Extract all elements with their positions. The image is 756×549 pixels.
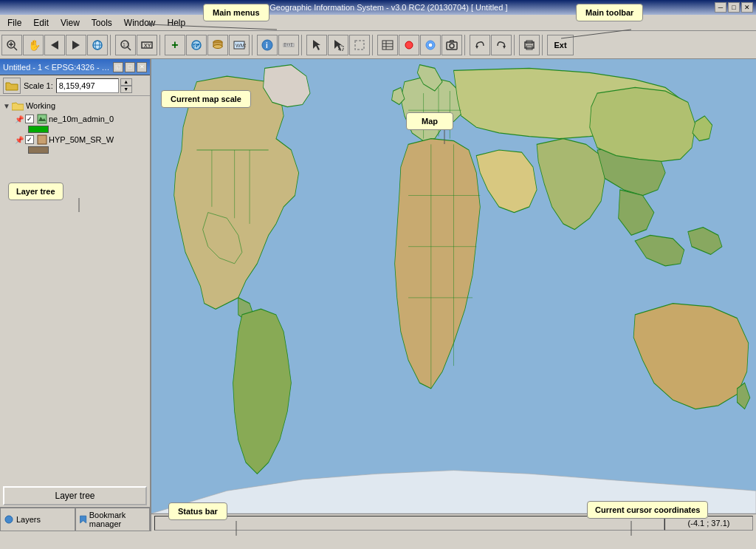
layer-label-ne10m: ne_10m_admin_0 bbox=[49, 115, 114, 123]
bookmark-tab[interactable]: Bookmark manager bbox=[75, 508, 151, 531]
svg-marker-5 bbox=[51, 41, 58, 50]
add-db-button[interactable] bbox=[207, 35, 228, 55]
world-map-svg bbox=[151, 59, 756, 514]
open-folder-button[interactable] bbox=[3, 78, 21, 94]
table-button[interactable] bbox=[377, 35, 398, 55]
coordinate-text: (-4.1 ; 37.1) bbox=[688, 519, 730, 528]
minimize-button[interactable]: ─ bbox=[715, 2, 726, 13]
layer-item-hyp50m: 📌 ✓ HYP_50M_SR_W bbox=[3, 133, 147, 154]
menu-window[interactable]: Window bbox=[118, 16, 162, 30]
toolbar-sep-3 bbox=[252, 35, 255, 55]
select-button[interactable] bbox=[306, 35, 327, 55]
scale-label: Scale 1: bbox=[24, 81, 53, 90]
svg-point-37 bbox=[405, 41, 413, 49]
pan-button[interactable]: ✋ bbox=[23, 35, 44, 55]
status-text bbox=[154, 516, 664, 531]
menu-edit[interactable]: Edit bbox=[27, 16, 55, 30]
window-controls: ─ □ ✕ bbox=[715, 2, 753, 13]
scale-bar: Scale 1: ▲ ▼ bbox=[0, 75, 150, 96]
coordinate-display: (-4.1 ; 37.1) bbox=[664, 516, 753, 531]
title-bar-text: Kosmo Desktop Geographic Information Sys… bbox=[3, 3, 715, 12]
layer-checkbox-ne10m[interactable]: ✓ bbox=[25, 115, 34, 123]
select-box-button[interactable] bbox=[328, 35, 348, 55]
menu-bar: File Edit View Tools Window Help bbox=[0, 15, 756, 31]
color-swatch-hyp50m bbox=[28, 146, 49, 154]
add-wms-button[interactable]: WMS bbox=[229, 35, 250, 55]
menu-help[interactable]: Help bbox=[162, 16, 192, 30]
print-button[interactable] bbox=[519, 35, 540, 55]
map-window-controls: ◱ □ ✕ bbox=[113, 62, 147, 72]
menu-tools[interactable]: Tools bbox=[86, 16, 118, 30]
geoprocess-button[interactable] bbox=[420, 35, 441, 55]
toolbar-sep-4 bbox=[301, 35, 304, 55]
forward-button[interactable] bbox=[66, 35, 86, 55]
title-bar: Kosmo Desktop Geographic Information Sys… bbox=[0, 0, 756, 15]
svg-marker-29 bbox=[313, 40, 320, 50]
measure-button[interactable] bbox=[278, 35, 299, 55]
svg-point-50 bbox=[5, 516, 13, 523]
deselect-button[interactable] bbox=[349, 35, 370, 55]
layers-tab-label: Layers bbox=[16, 515, 41, 524]
web-button[interactable] bbox=[87, 35, 108, 55]
svg-marker-43 bbox=[503, 46, 506, 49]
map-window-title-text: Untitled - 1 < EPSG:4326 - WGS 84 > bbox=[3, 63, 113, 72]
layer-swatch-hyp50m bbox=[15, 146, 147, 154]
scale-down-arrow[interactable]: ▼ bbox=[120, 86, 132, 93]
zoom-in-button[interactable] bbox=[1, 35, 22, 55]
info-button[interactable]: i bbox=[257, 35, 278, 55]
svg-rect-32 bbox=[355, 41, 364, 50]
svg-text:WMS: WMS bbox=[236, 43, 246, 48]
svg-text:✋: ✋ bbox=[28, 39, 40, 52]
map-area: (-4.1 ; 37.1) bbox=[151, 59, 756, 531]
add-vector-button[interactable]: + bbox=[165, 35, 185, 55]
layer-row-ne10m[interactable]: 📌 ✓ ne_10m_admin_0 bbox=[15, 112, 147, 126]
layer-label-hyp50m: HYP_50M_SR_W bbox=[49, 135, 114, 144]
toolbar-sep-1 bbox=[110, 35, 113, 55]
svg-text:XY: XY bbox=[144, 43, 151, 48]
style-button[interactable] bbox=[399, 35, 419, 55]
toolbar-sep-6 bbox=[464, 35, 467, 55]
map-close-button[interactable]: ✕ bbox=[137, 62, 147, 72]
layer-checkbox-hyp50m[interactable]: ✓ bbox=[25, 135, 34, 144]
left-panel-tabs: Layers Bookmark manager bbox=[0, 507, 150, 531]
layer-row-hyp50m[interactable]: 📌 ✓ HYP_50M_SR_W bbox=[15, 133, 147, 146]
svg-text:🗺: 🗺 bbox=[193, 42, 200, 50]
svg-marker-30 bbox=[334, 40, 342, 50]
scale-input[interactable] bbox=[56, 78, 119, 93]
zoom-actual-button[interactable]: 1:1 bbox=[115, 35, 136, 55]
svg-rect-33 bbox=[382, 41, 393, 50]
menu-view[interactable]: View bbox=[55, 16, 86, 30]
svg-marker-6 bbox=[72, 41, 80, 50]
layer-tree-label-button[interactable]: Layer tree bbox=[3, 486, 147, 505]
toolbar-sep-8 bbox=[542, 35, 545, 55]
svg-line-11 bbox=[128, 47, 131, 50]
left-panel: Untitled - 1 < EPSG:4326 - WGS 84 > ◱ □ … bbox=[0, 59, 151, 531]
svg-line-1 bbox=[14, 47, 17, 50]
redo-button[interactable] bbox=[491, 35, 512, 55]
tree-group-working[interactable]: ▼ Working bbox=[3, 99, 147, 112]
close-button[interactable]: ✕ bbox=[741, 2, 753, 13]
toolbar-sep-2 bbox=[159, 35, 162, 55]
scale-up-arrow[interactable]: ▲ bbox=[120, 78, 132, 86]
map-maximize-button[interactable]: □ bbox=[125, 62, 135, 72]
zoom-layer-button[interactable]: XY bbox=[137, 35, 157, 55]
svg-text:i: i bbox=[266, 41, 268, 50]
extensions-button[interactable]: Ext bbox=[547, 35, 574, 55]
map-viewport[interactable] bbox=[151, 59, 756, 514]
maximize-button[interactable]: □ bbox=[728, 2, 740, 13]
scale-arrows: ▲ ▼ bbox=[120, 78, 132, 93]
undo-button[interactable] bbox=[470, 35, 490, 55]
svg-text:1:1: 1:1 bbox=[123, 42, 130, 47]
layer-swatch-ne10m bbox=[15, 126, 147, 133]
main-content: Untitled - 1 < EPSG:4326 - WGS 84 > ◱ □ … bbox=[0, 59, 756, 531]
back-button[interactable] bbox=[44, 35, 65, 55]
layers-tab[interactable]: Layers bbox=[0, 508, 75, 531]
tree-group-working-label: Working bbox=[26, 101, 55, 110]
add-raster-button[interactable]: 🗺 bbox=[186, 35, 207, 55]
camera-button[interactable] bbox=[441, 35, 462, 55]
layer-tree-area: ▼ Working 📌 ✓ ne_10m_admin_0 bbox=[0, 96, 150, 486]
menu-file[interactable]: File bbox=[1, 16, 27, 30]
svg-rect-49 bbox=[38, 135, 47, 144]
toolbar-sep-5 bbox=[372, 35, 375, 55]
map-restore-button[interactable]: ◱ bbox=[113, 62, 123, 72]
